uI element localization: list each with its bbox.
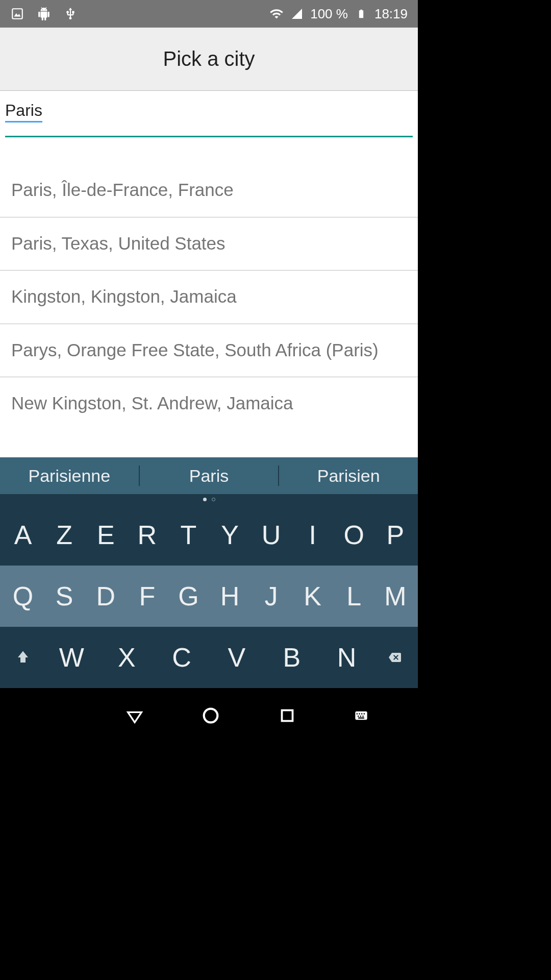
key[interactable]: V [209, 642, 264, 673]
app-header: Pick a city [0, 28, 418, 91]
soft-keyboard: Parisienne Paris Parisien A Z E R T Y U … [0, 457, 418, 688]
wifi-icon [269, 7, 284, 21]
svg-rect-12 [358, 718, 364, 719]
svg-rect-0 [12, 9, 22, 19]
result-item[interactable]: Paris, Île-de-France, France [0, 173, 418, 217]
key[interactable]: H [209, 581, 250, 611]
suggestion-item[interactable]: Parisienne [0, 466, 139, 486]
key[interactable]: K [292, 581, 333, 611]
key[interactable]: Z [43, 520, 85, 550]
battery-icon [354, 7, 368, 21]
system-nav-bar [0, 688, 418, 743]
svg-point-2 [204, 709, 218, 723]
svg-rect-3 [282, 710, 292, 721]
keyboard-row-3: W X C V B N [0, 627, 418, 688]
key[interactable]: L [333, 581, 374, 611]
key[interactable]: I [292, 520, 333, 550]
result-item[interactable]: Parys, Orange Free State, South Africa (… [0, 324, 418, 377]
key[interactable]: E [85, 520, 126, 550]
svg-rect-9 [358, 716, 359, 717]
status-right: 100 % 18:19 [269, 6, 408, 22]
key[interactable]: A [2, 520, 43, 550]
usb-icon [63, 7, 78, 21]
key[interactable]: D [85, 581, 126, 611]
key[interactable]: R [126, 520, 167, 550]
key[interactable]: X [99, 642, 154, 673]
back-button[interactable] [119, 700, 150, 731]
svg-rect-11 [363, 716, 364, 717]
svg-rect-6 [359, 713, 360, 714]
key[interactable]: Y [209, 520, 250, 550]
search-input-wrapper: Paris [0, 91, 418, 137]
result-item[interactable]: New Kingston, St. Andrew, Jamaica [0, 377, 418, 430]
suggestion-item[interactable]: Paris [140, 466, 279, 486]
key[interactable]: O [333, 520, 374, 550]
key[interactable]: P [374, 520, 416, 550]
key[interactable]: M [374, 581, 416, 611]
key[interactable]: C [154, 642, 209, 673]
status-left-icons [10, 7, 78, 21]
keyboard-toggle-icon[interactable] [348, 702, 374, 729]
image-icon [10, 7, 24, 21]
svg-rect-8 [364, 713, 365, 714]
result-item[interactable]: Kingston, Kingston, Jamaica [0, 270, 418, 324]
key[interactable]: W [44, 642, 99, 673]
key[interactable]: Q [2, 581, 43, 611]
content-area: Paris Paris, Île-de-France, France Paris… [0, 91, 418, 457]
dot-inactive [212, 498, 215, 501]
battery-percent-label: 100 % [310, 6, 348, 22]
svg-rect-10 [360, 716, 361, 717]
results-list: Paris, Île-de-France, France Paris, Texa… [0, 173, 418, 430]
android-debug-icon [37, 7, 51, 21]
key[interactable]: S [43, 581, 85, 611]
svg-marker-1 [14, 13, 21, 16]
home-button[interactable] [195, 700, 226, 731]
key[interactable]: F [126, 581, 167, 611]
result-item[interactable]: Paris, Texas, United States [0, 217, 418, 271]
svg-rect-7 [361, 713, 362, 714]
clock-label: 18:19 [374, 6, 408, 22]
shift-key[interactable] [2, 650, 44, 665]
cellular-icon [290, 7, 304, 21]
recents-button[interactable] [272, 700, 303, 731]
page-title: Pick a city [163, 47, 255, 70]
key[interactable]: N [319, 642, 374, 673]
search-input[interactable]: Paris [5, 101, 413, 137]
key[interactable]: G [167, 581, 209, 611]
dot-active [203, 498, 207, 501]
svg-rect-5 [357, 713, 358, 714]
key[interactable]: B [264, 642, 319, 673]
backspace-key[interactable] [374, 651, 416, 664]
key[interactable]: J [251, 581, 292, 611]
status-bar: 100 % 18:19 [0, 0, 418, 28]
key[interactable]: U [251, 520, 292, 550]
pager-dots [0, 494, 418, 504]
keyboard-row-1: A Z E R T Y U I O P [0, 504, 418, 566]
key[interactable]: T [167, 520, 209, 550]
keyboard-row-2: Q S D F G H J K L M [0, 566, 418, 627]
suggestion-item[interactable]: Parisien [279, 466, 418, 486]
search-input-value: Paris [5, 101, 42, 122]
suggestion-bar: Parisienne Paris Parisien [0, 457, 418, 494]
